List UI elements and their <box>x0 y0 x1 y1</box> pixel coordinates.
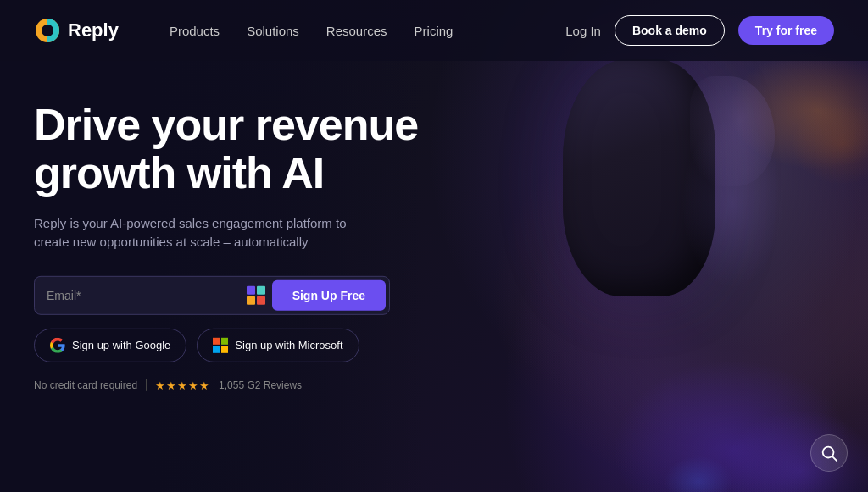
logo-text: Reply <box>68 19 119 41</box>
book-demo-button[interactable]: Book a demo <box>615 15 725 46</box>
hero-section: Reply Products Solutions Resources Prici… <box>0 0 868 492</box>
nav-actions: Log In Book a demo Try for free <box>565 15 834 46</box>
search-fab-button[interactable] <box>810 434 848 472</box>
hero-content: Drive your revenue growth with AI Reply … <box>34 100 418 391</box>
review-count: 1,055 G2 Reviews <box>219 379 302 391</box>
try-free-button[interactable]: Try for free <box>738 16 834 45</box>
no-credit-card-text: No credit card required <box>34 379 137 391</box>
hero-headline: Drive your revenue growth with AI <box>34 100 418 196</box>
microsoft-icon <box>213 338 228 353</box>
social-buttons: Sign up with Google Sign up with Microso… <box>34 329 418 362</box>
google-signup-button[interactable]: Sign up with Google <box>34 329 186 362</box>
hero-subtext: Reply is your AI-powered sales engagemen… <box>34 214 373 252</box>
microsoft-signup-label: Sign up with Microsoft <box>235 339 342 351</box>
apps-icon <box>247 286 265 305</box>
login-link[interactable]: Log In <box>565 24 601 38</box>
nav-links: Products Solutions Resources Pricing <box>170 24 565 38</box>
ai-figure-background <box>376 0 868 492</box>
logo[interactable]: Reply <box>34 17 119 44</box>
nav-solutions[interactable]: Solutions <box>247 24 299 38</box>
headline-line2: growth with AI <box>34 148 324 197</box>
microsoft-signup-button[interactable]: Sign up with Microsoft <box>197 329 359 362</box>
svg-line-3 <box>832 456 837 461</box>
search-icon <box>820 444 838 462</box>
email-form: Sign Up Free <box>34 276 390 315</box>
navbar: Reply Products Solutions Resources Prici… <box>0 0 868 61</box>
signup-free-button[interactable]: Sign Up Free <box>272 280 386 311</box>
nav-pricing[interactable]: Pricing <box>415 24 453 38</box>
email-input[interactable] <box>47 289 240 302</box>
trust-divider <box>146 379 147 391</box>
logo-icon <box>34 17 61 44</box>
nav-products[interactable]: Products <box>170 24 220 38</box>
google-icon <box>50 338 65 353</box>
google-signup-label: Sign up with Google <box>72 339 170 351</box>
nav-resources[interactable]: Resources <box>326 24 387 38</box>
headline-line1: Drive your revenue <box>34 99 418 148</box>
star-rating: ★★★★★ <box>155 379 210 392</box>
trust-line: No credit card required ★★★★★ 1,055 G2 R… <box>34 379 418 392</box>
